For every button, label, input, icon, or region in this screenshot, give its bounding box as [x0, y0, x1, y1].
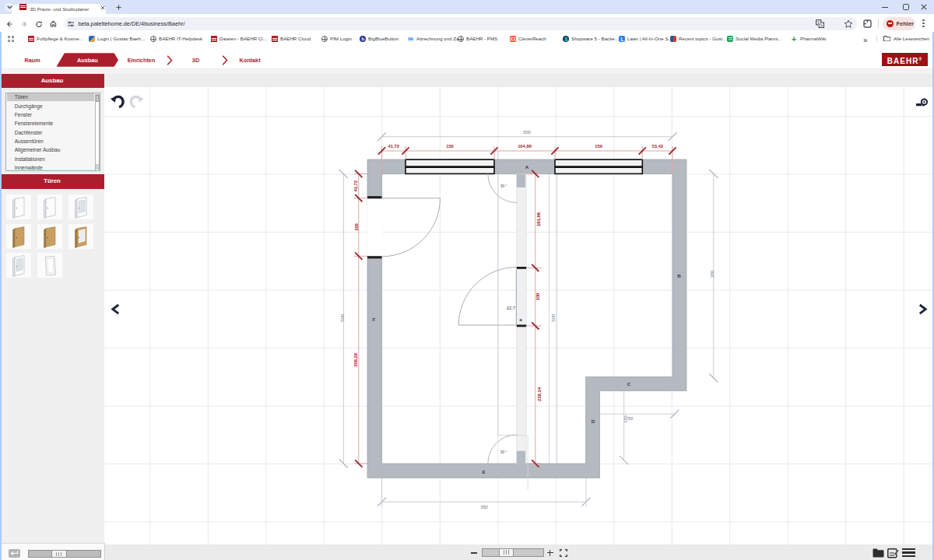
- svg-text:F: F: [373, 317, 376, 322]
- svg-text:161,86: 161,86: [536, 212, 541, 226]
- svg-text:150: 150: [446, 144, 454, 149]
- svg-text:22,7: 22,7: [507, 306, 515, 310]
- svg-text:B: B: [677, 273, 681, 278]
- svg-text:150: 150: [595, 144, 602, 149]
- svg-text:350: 350: [480, 505, 488, 509]
- svg-text:500: 500: [340, 314, 345, 322]
- svg-text:358,28: 358,28: [353, 352, 358, 367]
- svg-text:104,86: 104,86: [518, 144, 532, 149]
- svg-text:a: a: [519, 317, 522, 322]
- svg-text:90 °: 90 °: [500, 184, 507, 188]
- svg-text:90 °: 90 °: [500, 450, 507, 454]
- svg-text:100: 100: [354, 223, 359, 231]
- svg-text:41,72: 41,72: [388, 144, 400, 149]
- svg-text:50: 50: [628, 416, 633, 421]
- svg-text:E: E: [482, 469, 485, 474]
- svg-text:100: 100: [535, 293, 540, 301]
- svg-text:500: 500: [523, 130, 531, 135]
- svg-text:C: C: [627, 381, 631, 387]
- svg-text:A: A: [525, 164, 529, 170]
- svg-text:53,42: 53,42: [651, 144, 663, 149]
- svg-text:D: D: [592, 418, 595, 424]
- svg-text:500: 500: [551, 314, 556, 322]
- svg-text:41,72: 41,72: [353, 180, 358, 192]
- svg-text:350: 350: [710, 271, 715, 278]
- svg-text:238,14: 238,14: [537, 387, 542, 401]
